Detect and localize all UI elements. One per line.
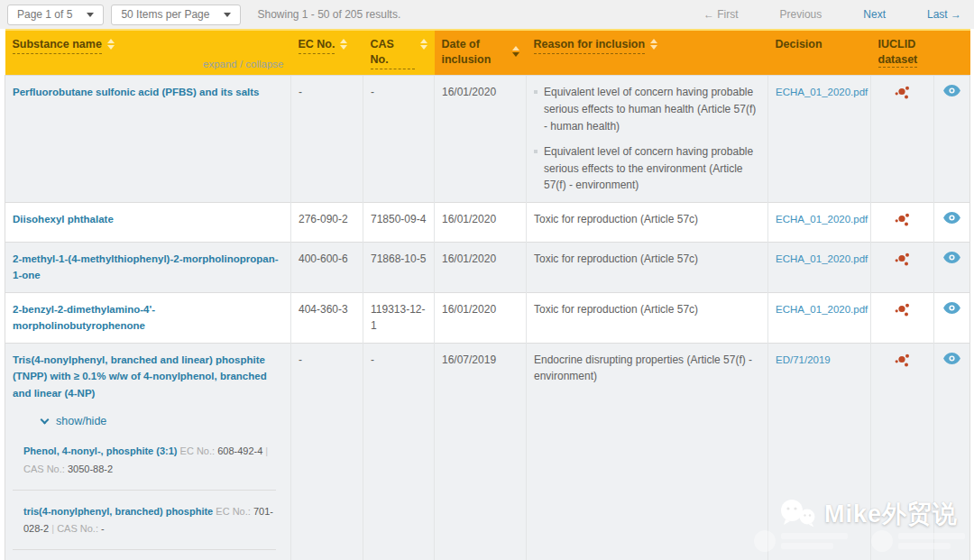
column-header-date-of-inclusion[interactable]: Date of inclusion (435, 30, 527, 76)
chevron-down-icon (41, 416, 50, 425)
iuclid-dataset-icon (895, 353, 911, 369)
ec-value: 608-492-4 (217, 445, 262, 456)
reason-header-label: Reason for inclusion (534, 37, 646, 54)
view-details-button[interactable] (934, 76, 970, 203)
sub-substance-link[interactable]: Phenol, 4-nonyl-, phosphite (3:1) (23, 445, 178, 456)
cas-label: CAS No.: (57, 523, 98, 534)
table-row: Diisohexyl phthalate 276-090-2 71850-09-… (5, 202, 970, 242)
table-row: 2-methyl-1-(4-methylthiophenyl)-2-morpho… (5, 242, 970, 292)
cas-no-cell: - (363, 343, 435, 560)
ec-label: EC No.: (216, 506, 251, 517)
iuclid-dataset-button[interactable] (871, 242, 934, 292)
eye-icon (943, 212, 960, 224)
eye-icon (943, 85, 960, 96)
view-details-button[interactable] (934, 292, 970, 343)
decision-header-label: Decision (776, 38, 822, 50)
table-row: 2-benzyl-2-dimethylamino-4'-morpholinobu… (5, 292, 970, 343)
table-header-row: Substance name expand / collapse EC No. … (5, 30, 970, 76)
view-details-button[interactable] (934, 202, 970, 242)
chevron-down-icon (224, 13, 231, 17)
previous-page-link[interactable]: Previous (780, 8, 822, 21)
sub-substance-link[interactable]: tris(4-nonylphenyl, branched) phosphite (23, 506, 213, 517)
substance-link[interactable]: Perfluorobutane sulfonic acid (PFBS) and… (13, 84, 259, 100)
items-per-page-select[interactable]: 50 Items per Page (111, 5, 241, 25)
reason-cell: Toxic for reproduction (Article 57c) (527, 242, 768, 292)
next-page-link[interactable]: Next (863, 8, 886, 21)
decision-link[interactable]: ED/71/2019 (776, 354, 831, 365)
ec-no-cell: 400-600-6 (291, 242, 363, 292)
column-header-reason-for-inclusion[interactable]: Reason for inclusion (527, 30, 768, 76)
iuclid-header-label-line1: IUCLID (878, 38, 916, 50)
ec-no-cell: 276-090-2 (291, 202, 363, 242)
page-select-value: Page 1 of 5 (17, 8, 72, 21)
ec-no-header-label: EC No. (299, 37, 335, 54)
decision-pdf-link[interactable]: ECHA_01_2020.pdf (776, 253, 868, 264)
expand-collapse-link[interactable]: expand / collapse (13, 58, 284, 72)
decision-pdf-link[interactable]: ECHA_01_2020.pdf (776, 304, 868, 315)
reason-cell: Endocrine disrupting properties (Article… (527, 343, 768, 560)
reason-cell: Equivalent level of concern having proba… (527, 76, 768, 203)
column-header-substance-name[interactable]: Substance name expand / collapse (5, 30, 291, 76)
show-hide-label: show/hide (56, 413, 106, 430)
reason-cell: Toxic for reproduction (Article 57c) (527, 202, 768, 242)
substance-link[interactable]: Diisohexyl phthalate (13, 211, 114, 227)
reason-text: Equivalent level of concern having proba… (544, 84, 760, 134)
iuclid-dataset-icon (895, 85, 911, 101)
iuclid-dataset-icon (895, 212, 911, 228)
view-details-button[interactable] (934, 242, 970, 292)
cas-value: 3050-88-2 (68, 464, 113, 474)
show-hide-toggle[interactable]: show/hide (41, 413, 283, 430)
ec-no-cell: 404-360-3 (291, 292, 363, 343)
date-cell: 16/01/2020 (435, 76, 527, 203)
bullet-icon (534, 150, 538, 153)
iuclid-dataset-button[interactable] (871, 202, 934, 242)
separator: | (51, 523, 54, 534)
substance-name-header-label: Substance name (13, 37, 102, 54)
pagination-toolbar: Page 1 of 5 50 Items per Page Showing 1 … (0, 0, 974, 29)
ec-no-cell: - (291, 343, 363, 560)
ec-no-cell: - (291, 76, 363, 203)
eye-icon (943, 252, 960, 263)
cas-no-cell: - (363, 76, 435, 203)
cas-no-cell: 71868-10-5 (363, 242, 435, 292)
chevron-down-icon (87, 13, 94, 17)
eye-icon (943, 302, 960, 314)
eye-icon (943, 353, 960, 364)
substance-link[interactable]: Tris(4-nonylphenyl, branched and linear)… (13, 352, 283, 401)
date-cell: 16/01/2020 (435, 242, 527, 292)
column-header-ec-no[interactable]: EC No. (291, 30, 363, 76)
last-page-link[interactable]: Last → (927, 8, 961, 21)
sort-icon (340, 39, 347, 50)
sort-descending-icon (512, 46, 519, 57)
substance-link[interactable]: 2-methyl-1-(4-methylthiophenyl)-2-morpho… (13, 251, 283, 284)
iuclid-dataset-button[interactable] (871, 76, 934, 203)
cas-no-header-label: CAS No. (371, 37, 415, 69)
column-header-decision: Decision (768, 30, 871, 76)
column-header-iuclid-dataset[interactable]: IUCLID dataset (871, 30, 934, 76)
iuclid-dataset-button[interactable] (871, 343, 934, 560)
substance-table: Substance name expand / collapse EC No. … (5, 29, 970, 560)
decision-pdf-link[interactable]: ECHA_01_2020.pdf (776, 214, 868, 225)
view-details-button[interactable] (934, 343, 970, 560)
cas-no-cell: 119313-12-1 (363, 292, 435, 343)
sort-icon (650, 39, 657, 50)
date-cell: 16/07/2019 (435, 343, 527, 560)
first-page-link[interactable]: ← First (703, 8, 739, 21)
decision-pdf-link[interactable]: ECHA_01_2020.pdf (776, 87, 868, 97)
reason-cell: Toxic for reproduction (Article 57c) (527, 292, 768, 343)
cas-no-cell: 71850-09-4 (363, 202, 435, 242)
date-cell: 16/01/2020 (435, 202, 527, 242)
page-select[interactable]: Page 1 of 5 (7, 5, 104, 25)
items-per-page-value: 50 Items per Page (121, 8, 209, 21)
substance-link[interactable]: 2-benzyl-2-dimethylamino-4'-morpholinobu… (13, 301, 283, 335)
date-cell: 16/01/2020 (435, 292, 527, 343)
separator: | (265, 445, 268, 456)
cas-value: - (101, 523, 105, 534)
iuclid-dataset-button[interactable] (871, 292, 934, 343)
date-header-label: Date of inclusion (442, 37, 507, 68)
table-row: Tris(4-nonylphenyl, branched and linear)… (5, 343, 970, 560)
column-header-cas-no[interactable]: CAS No. (363, 30, 435, 76)
bullet-icon (534, 90, 538, 94)
iuclid-dataset-icon (895, 302, 911, 318)
sort-icon (107, 39, 115, 50)
